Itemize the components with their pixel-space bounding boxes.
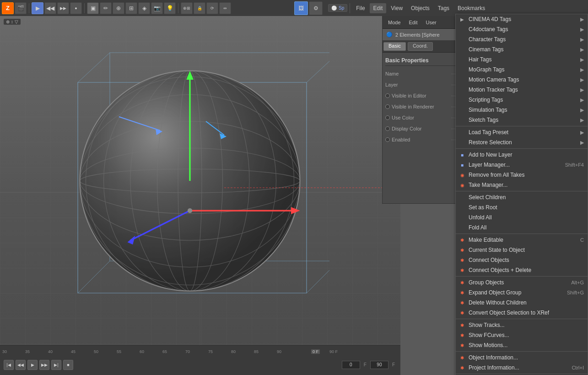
sep2: [84, 3, 85, 13]
mirror-icon[interactable]: ⇔: [219, 2, 231, 14]
play-fwd-btn[interactable]: ▶▶: [39, 360, 49, 370]
environment-icon[interactable]: ◈: [138, 2, 150, 14]
radio-dot-display-color[interactable]: [385, 126, 390, 131]
coord-icon[interactable]: ⟳: [206, 2, 218, 14]
group-objects-shortcut: Alt+G: [562, 280, 584, 285]
character-tags-label: Character Tags: [469, 36, 506, 43]
nurbs-icon[interactable]: ⊕: [113, 2, 124, 14]
menu-simulation-tags[interactable]: Simulation Tags ▶: [456, 105, 588, 115]
menu-take-manager[interactable]: ◉ Take Manager...: [456, 180, 588, 190]
menu-set-as-root[interactable]: Set as Root: [456, 202, 588, 212]
load-tag-preset-arrow: ▶: [580, 130, 584, 136]
menu-object-information[interactable]: ✱ Object Information...: [456, 353, 588, 363]
play-back-icon[interactable]: ◀◀: [44, 2, 56, 14]
menu-hair-tags[interactable]: Hair Tags ▶: [456, 54, 588, 65]
show-fcurves-label: Show FCurves...: [469, 332, 509, 338]
user-btn[interactable]: User: [423, 19, 439, 26]
menu-connect-objects[interactable]: ✱ Connect Objects: [456, 255, 588, 265]
radio-dot-enabled[interactable]: [385, 137, 390, 142]
prop-display-color-label: Display Color: [385, 126, 449, 131]
project-info-icon: ✱: [459, 364, 466, 371]
menu-view[interactable]: View: [387, 3, 406, 13]
menu-edit[interactable]: Edit: [370, 3, 387, 13]
menu-convert-object-selection[interactable]: ✱ Convert Object Selection to XRef: [456, 308, 588, 318]
menu-file[interactable]: File: [352, 3, 368, 13]
menu-cineman-tags[interactable]: Cineman Tags ▶: [456, 44, 588, 54]
play-icon[interactable]: ▶: [32, 2, 43, 14]
deform-icon[interactable]: ⊞: [125, 2, 137, 14]
record-icon[interactable]: ●: [70, 2, 82, 14]
menu-mograph-tags[interactable]: MoGraph Tags ▶: [456, 65, 588, 75]
menu-character-tags[interactable]: Character Tags ▶: [456, 34, 588, 44]
prev-frame-btn[interactable]: |◀: [4, 360, 14, 370]
menu-project-information[interactable]: ✱ Project Information... Ctrl+I: [456, 363, 588, 373]
cinema4d-tags-label: CINEMA 4D Tags: [469, 16, 511, 22]
menu-motion-camera-tags[interactable]: Motion Camera Tags ▶: [456, 75, 588, 85]
render-view-icon[interactable]: 🖼: [294, 1, 308, 15]
menu-objects[interactable]: Objects: [407, 3, 433, 13]
menu-show-motions[interactable]: ✱ Show Motions...: [456, 340, 588, 350]
light-tool-icon[interactable]: 💡: [164, 2, 176, 14]
edit-btn[interactable]: Edit: [406, 19, 421, 26]
menu-connect-objects-delete[interactable]: ✱ Connect Objects + Delete: [456, 265, 588, 275]
menu-show-fcurves[interactable]: ✱ Show FCurves...: [456, 330, 588, 340]
menu-expand-object-group[interactable]: ✱ Expand Object Group Shift+G: [456, 288, 588, 298]
menu-scripting-tags[interactable]: Scripting Tags ▶: [456, 95, 588, 105]
stop-btn[interactable]: ■: [63, 360, 73, 370]
menu-select-children[interactable]: Select Children: [456, 192, 588, 202]
ruler-bottom: 30 35 40 45 50 55 60 65 70 75 80 85 90 0…: [0, 345, 400, 354]
menu-make-editable[interactable]: ✱ Make Editable C: [456, 235, 588, 245]
menu-fold-all[interactable]: Fold All: [456, 223, 588, 233]
menu-tags[interactable]: Tags: [434, 3, 453, 13]
mode-btn[interactable]: Mode: [385, 19, 404, 26]
scripting-tags-icon: [459, 96, 466, 103]
menu-delete-without-children[interactable]: ✱ Delete Without Children: [456, 298, 588, 308]
show-motions-label: Show Motions...: [469, 342, 507, 348]
menu-c4doctane-tags[interactable]: C4doctane Tags ▶: [456, 24, 588, 34]
menu-load-tag-preset[interactable]: Load Tag Preset ▶: [456, 127, 588, 137]
play-back-btn[interactable]: ◀◀: [16, 360, 26, 370]
next-frame-btn[interactable]: ▶|: [51, 360, 61, 370]
play-fwd-icon[interactable]: ▶▶: [57, 2, 69, 14]
menu-show-tracks[interactable]: ✱ Show Tracks...: [456, 320, 588, 330]
svg-line-32: [206, 121, 224, 135]
radio-dot-use-color[interactable]: [385, 115, 390, 120]
connect-objects-icon: ✱: [459, 256, 466, 264]
menu-motion-tracker-tags[interactable]: Motion Tracker Tags ▶: [456, 85, 588, 95]
camera-tool-icon[interactable]: 📷: [151, 2, 163, 14]
menu-bookmarks[interactable]: Bookmarks: [454, 3, 489, 13]
play-btn[interactable]: ▶: [27, 360, 38, 370]
menu-sketch-tags[interactable]: Sketch Tags ▶: [456, 115, 588, 125]
menu-group-objects[interactable]: ✱ Group Objects Alt+G: [456, 277, 588, 288]
sep1: [29, 3, 29, 13]
timeline-bar: |◀ ◀◀ ▶ ▶▶ ▶| ■ F F: [0, 354, 400, 375]
menu-current-state-to-object[interactable]: ✱ Current State to Object: [456, 245, 588, 255]
tab-basic[interactable]: Basic: [383, 42, 406, 51]
menu-add-to-new-layer[interactable]: ■ Add to New Layer: [456, 150, 588, 160]
tab-coord[interactable]: Coord.: [408, 42, 433, 51]
cube-tool-icon[interactable]: ▣: [87, 2, 99, 14]
spline-icon[interactable]: ✏: [100, 2, 112, 14]
frame-input[interactable]: [342, 361, 360, 369]
z-logo-icon[interactable]: Z: [2, 2, 14, 14]
menu-layer-manager[interactable]: ■ Layer Manager... Shift+F4: [456, 160, 588, 170]
render-settings-icon[interactable]: ⚙: [309, 1, 323, 15]
film-icon[interactable]: 🎬: [15, 2, 27, 14]
menu-cinema4d-tags[interactable]: ▶ CINEMA 4D Tags ▶: [456, 14, 588, 24]
snap-icon[interactable]: 🔒: [194, 2, 205, 14]
menu-restore-selection[interactable]: Restore Selection ▶: [456, 137, 588, 147]
motion-camera-tags-icon: [459, 76, 466, 83]
delete-without-icon: ✱: [459, 299, 466, 306]
max-frame-input[interactable]: [370, 361, 388, 369]
viewport[interactable]: ⊕ ↕ ▽ FPS : 166.7 Grid Spacing : 100 cm: [0, 16, 400, 371]
xform-icon[interactable]: ⊕⊞: [181, 2, 193, 14]
c4doctane-tags-icon: [459, 26, 466, 33]
add-layer-icon: ■: [459, 151, 466, 158]
context-menu: ▶ CINEMA 4D Tags ▶ C4doctane Tags ▶ Char…: [455, 14, 588, 375]
unfold-all-icon: [459, 214, 466, 221]
menu-remove-from-all-takes[interactable]: ◉ Remove from All Takes: [456, 170, 588, 180]
radio-dot-visible-renderer[interactable]: [385, 104, 390, 109]
radio-dot-visible-editor[interactable]: [385, 93, 390, 98]
select-children-icon: [459, 194, 466, 201]
menu-unfold-all[interactable]: Unfold All: [456, 212, 588, 223]
